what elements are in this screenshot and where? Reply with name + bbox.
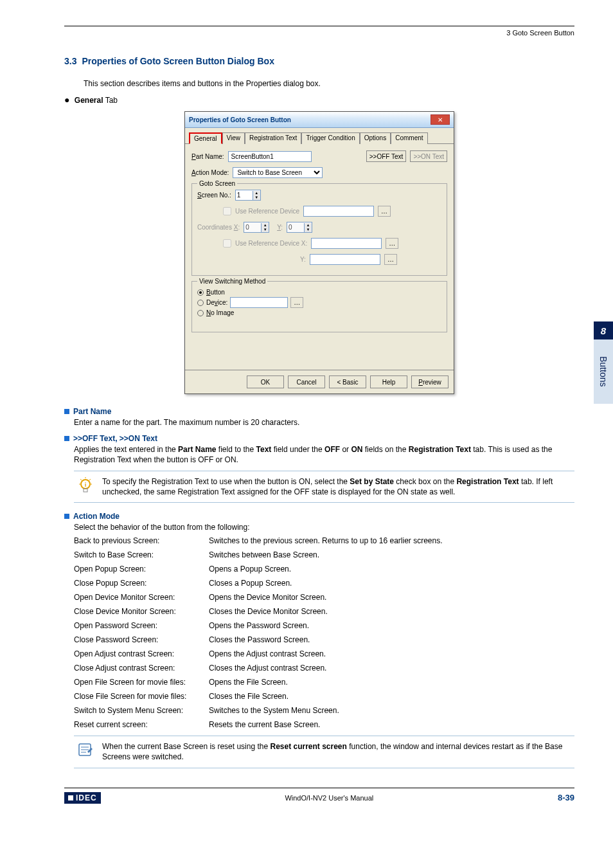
action-mode-desc: Closes the Adjust contrast Screen. — [209, 664, 574, 673]
screen-no-input[interactable] — [236, 190, 253, 200]
radio-device-row[interactable]: Device: … — [197, 297, 441, 308]
action-mode-desc: Closes the Device Monitor Screen. — [209, 607, 574, 616]
view-switching-group: View Switching Method Button Device: … — [191, 281, 447, 332]
action-mode-select[interactable]: Switch to Base Screen — [233, 167, 323, 178]
goto-screen-group: Goto Screen Screen No.: ▲▼ Use Reference… — [191, 183, 447, 276]
dialog-title: Properties of Goto Screen Button — [189, 116, 291, 123]
coord-x-label: Coordinates X: — [197, 224, 240, 231]
coord-y-input — [287, 222, 304, 232]
close-icon[interactable]: ✕ — [431, 114, 450, 125]
off-on-body: Applies the text entered in the Part Nam… — [74, 444, 574, 465]
notepad-icon — [76, 741, 94, 758]
tip-note: i To specify the Registration Text to us… — [74, 471, 574, 503]
chapter-number-tab: 8 — [594, 321, 613, 339]
action-mode-label: Reset current screen: — [74, 720, 209, 729]
tab-comment[interactable]: Comment — [391, 132, 427, 144]
help-button[interactable]: Help — [370, 375, 407, 388]
square-bullet-icon — [64, 409, 69, 414]
on-text-button[interactable]: >>ON Text — [410, 150, 447, 162]
view-switching-legend: View Switching Method — [197, 278, 267, 285]
action-mode-label: Action Mode: — [191, 169, 229, 176]
radio-icon[interactable] — [197, 289, 204, 296]
svg-line-3 — [80, 479, 82, 480]
action-mode-row: Close Password Screen:Closes the Passwor… — [74, 635, 574, 644]
dialog-tabs: General View Registration Text Trigger C… — [185, 128, 454, 144]
action-mode-row: Open File Screen for movie files:Opens t… — [74, 678, 574, 687]
goto-screen-legend: Goto Screen — [197, 180, 237, 187]
screen-no-label: Screen No.: — [197, 192, 231, 199]
ref-device-x-input — [311, 238, 382, 249]
action-mode-label: Close Popup Screen: — [74, 579, 209, 588]
ellipsis-icon: … — [290, 297, 303, 308]
coord-x-input — [244, 222, 261, 232]
radio-icon[interactable] — [197, 300, 204, 306]
basic-button[interactable]: < Basic — [329, 375, 366, 388]
part-name-heading: Part Name — [73, 407, 111, 416]
chevron-down-icon[interactable]: ▼ — [253, 195, 260, 200]
action-mode-label: Open Popup Screen: — [74, 565, 209, 574]
screen-no-stepper[interactable]: ▲▼ — [235, 190, 261, 201]
section-number: 3.3 — [64, 56, 76, 66]
action-mode-label: Back to previous Screen: — [74, 536, 209, 545]
part-name-input[interactable] — [228, 151, 312, 162]
ref-device-y-input — [310, 254, 380, 265]
dialog-titlebar: Properties of Goto Screen Button ✕ — [185, 112, 454, 128]
action-mode-row: Back to previous Screen:Switches to the … — [74, 536, 574, 545]
off-on-heading: >>OFF Text, >>ON Text — [73, 434, 157, 443]
action-mode-label: Open Password Screen: — [74, 621, 209, 630]
info-note: When the current Base Screen is reset us… — [74, 736, 574, 768]
radio-device-label: Device: — [206, 299, 227, 306]
action-mode-row: Open Password Screen:Opens the Password … — [74, 621, 574, 630]
tab-trigger-condition[interactable]: Trigger Condition — [301, 132, 359, 144]
chevron-up-icon[interactable]: ▲ — [253, 191, 260, 195]
action-mode-table: Back to previous Screen:Switches to the … — [74, 536, 574, 729]
logo-square-icon — [68, 795, 73, 800]
intro-text: This section describes items and buttons… — [84, 79, 574, 88]
action-mode-row: Open Popup Screen:Opens a Popup Screen. — [74, 565, 574, 574]
action-mode-desc: Closes a Popup Screen. — [209, 579, 574, 588]
tab-view[interactable]: View — [222, 132, 245, 144]
square-bullet-icon — [64, 514, 69, 519]
general-tab-label: General — [75, 96, 103, 105]
tip-text: To specify the Registration Text to use … — [102, 476, 572, 497]
action-mode-desc: Opens a Popup Screen. — [209, 565, 574, 574]
action-mode-row: Open Device Monitor Screen:Opens the Dev… — [74, 593, 574, 602]
page-footer: IDEC WindO/I-NV2 User's Manual 8-39 — [64, 788, 574, 804]
use-ref-device-checkbox — [223, 207, 231, 215]
svg-text:i: i — [85, 482, 87, 488]
action-mode-desc: Closes the File Screen. — [209, 692, 574, 701]
action-mode-desc: Switches to the previous screen. Returns… — [209, 536, 574, 545]
preview-button[interactable]: Preview — [411, 375, 449, 388]
radio-noimage-row[interactable]: No Image — [197, 309, 441, 316]
general-tab-heading: ● General Tab — [64, 95, 574, 105]
tab-registration-text[interactable]: Registration Text — [245, 132, 301, 144]
manual-title: WindO/I-NV2 User's Manual — [285, 794, 373, 802]
coord-y-label: Y: — [277, 224, 283, 231]
action-mode-row: Switch to Base Screen:Switches between B… — [74, 550, 574, 559]
action-mode-label: Switch to Base Screen: — [74, 550, 209, 559]
chapter-label-tab: Buttons — [594, 339, 613, 404]
action-mode-desc: Opens the Device Monitor Screen. — [209, 593, 574, 602]
radio-noimage-label: No Image — [206, 309, 234, 316]
action-mode-row: Open Adjust contrast Screen:Opens the Ad… — [74, 649, 574, 658]
action-mode-heading: Action Mode — [73, 512, 120, 521]
action-mode-label: Open Adjust contrast Screen: — [74, 649, 209, 658]
action-mode-desc: Opens the File Screen. — [209, 678, 574, 687]
action-mode-row: Reset current screen:Resets the current … — [74, 720, 574, 729]
info-text: When the current Base Screen is reset us… — [102, 741, 572, 762]
radio-icon[interactable] — [197, 310, 204, 316]
off-text-button[interactable]: >>OFF Text — [366, 150, 407, 162]
use-ref-device-x-label: Use Reference Device X: — [235, 240, 307, 247]
ok-button[interactable]: OK — [247, 375, 284, 388]
tab-general[interactable]: General — [189, 132, 222, 144]
coord-y2-label: Y: — [300, 256, 306, 263]
svg-line-4 — [89, 479, 91, 480]
bullet-icon: ● — [64, 95, 69, 105]
action-mode-row: Close Device Monitor Screen:Closes the D… — [74, 607, 574, 616]
ellipsis-icon: … — [384, 254, 397, 265]
action-mode-label: Close Password Screen: — [74, 635, 209, 644]
tab-options[interactable]: Options — [360, 132, 391, 144]
cancel-button[interactable]: Cancel — [288, 375, 325, 388]
radio-button-row[interactable]: Button — [197, 289, 441, 296]
action-mode-label: Close Adjust contrast Screen: — [74, 664, 209, 673]
